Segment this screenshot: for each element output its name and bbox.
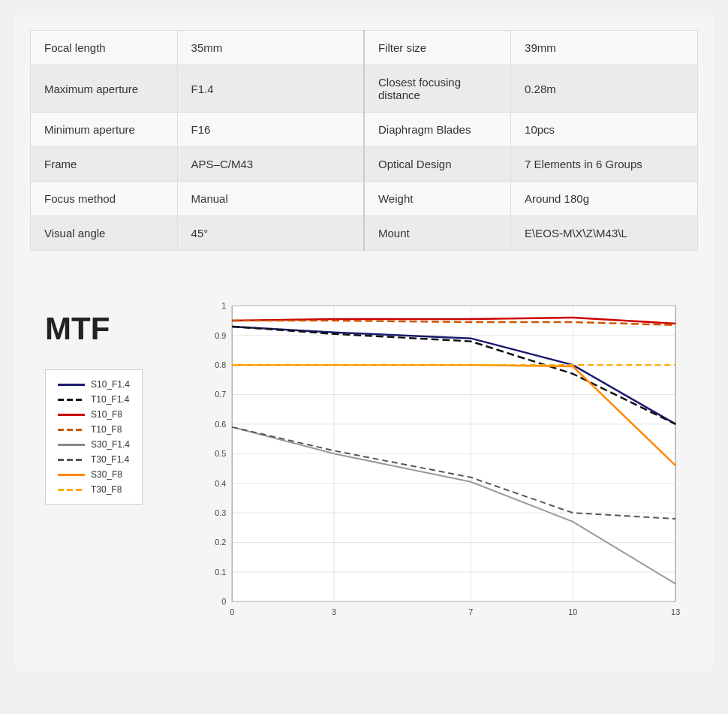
mtf-left-panel: MTF S10_F1.4T10_F1.4S10_F8T10_F8S30_F1.4… [30, 288, 195, 505]
legend-label: S30_F1.4 [91, 439, 130, 450]
spec-value-left: 35mm [177, 31, 364, 65]
mtf-chart: 1 0.9 0.8 0.7 0.6 0.5 0.4 0.3 0.2 0.1 0 … [195, 288, 683, 649]
legend-line-icon [58, 429, 85, 431]
spec-value-right: 39mm [511, 31, 698, 65]
legend-line-icon [58, 384, 85, 386]
spec-value-left: APS–C/M43 [177, 147, 364, 182]
spec-value-right: Around 180g [511, 182, 698, 216]
svg-text:0.7: 0.7 [215, 390, 226, 399]
spec-value-left: F1.4 [177, 65, 364, 113]
svg-text:3: 3 [332, 607, 336, 616]
svg-text:0: 0 [221, 597, 226, 606]
spec-label-right: Mount [364, 216, 511, 251]
table-row: Visual angle45°MountE\EOS-M\X\Z\M43\L [31, 216, 698, 251]
svg-text:10: 10 [568, 607, 577, 616]
legend-line-icon [58, 444, 85, 446]
legend-label: T10_F1.4 [91, 394, 129, 405]
page-container: Focal length35mmFilter size39mmMaximum a… [15, 15, 713, 671]
spec-value-left: 45° [177, 216, 364, 251]
legend-label: S10_F8 [91, 409, 122, 420]
svg-text:0.3: 0.3 [215, 508, 226, 517]
legend-item: S30_F8 [58, 469, 130, 480]
spec-label-left: Maximum aperture [31, 65, 178, 113]
svg-text:0.4: 0.4 [215, 479, 226, 488]
mtf-title: MTF [45, 311, 110, 347]
spec-label-right: Filter size [364, 31, 511, 65]
spec-value-right: 10pcs [511, 113, 698, 147]
svg-text:0.5: 0.5 [215, 449, 226, 458]
legend-item: T10_F1.4 [58, 394, 130, 405]
spec-label-left: Focal length [31, 31, 178, 65]
table-row: Focal length35mmFilter size39mm [31, 31, 698, 65]
table-row: Minimum apertureF16Diaphragm Blades10pcs [31, 113, 698, 147]
legend-item: S30_F1.4 [58, 439, 130, 450]
spec-value-right: 0.28m [511, 65, 698, 113]
spec-value-right: 7 Elements in 6 Groups [511, 147, 698, 182]
svg-text:7: 7 [468, 607, 473, 616]
legend-label: T10_F8 [91, 424, 122, 435]
legend-item: S10_F1.4 [58, 379, 130, 390]
table-row: Focus methodManualWeightAround 180g [31, 182, 698, 216]
legend-line-icon [58, 459, 85, 461]
legend-label: S10_F1.4 [91, 379, 130, 390]
table-row: Maximum apertureF1.4Closest focusing dis… [31, 65, 698, 113]
spec-label-right: Weight [364, 182, 511, 216]
spec-value-left: F16 [177, 113, 364, 147]
legend-line-icon [58, 474, 85, 476]
legend-label: S30_F8 [91, 469, 122, 480]
legend-line-icon [58, 414, 85, 416]
legend-item: T10_F8 [58, 424, 130, 435]
legend-label: T30_F1.4 [91, 454, 129, 465]
legend-line-icon [58, 489, 85, 491]
svg-text:0.2: 0.2 [215, 538, 226, 547]
legend-item: T30_F8 [58, 484, 130, 495]
mtf-legend: S10_F1.4T10_F1.4S10_F8T10_F8S30_F1.4T30_… [45, 369, 143, 505]
spec-label-right: Closest focusing distance [364, 65, 511, 113]
svg-text:0.8: 0.8 [215, 360, 226, 369]
legend-item: S10_F8 [58, 409, 130, 420]
svg-text:0.9: 0.9 [215, 331, 226, 340]
legend-label: T30_F8 [91, 484, 122, 495]
spec-label-right: Diaphragm Blades [364, 113, 511, 147]
legend-item: T30_F1.4 [58, 454, 130, 465]
svg-text:1: 1 [221, 301, 226, 310]
svg-text:0.6: 0.6 [215, 420, 226, 429]
svg-text:13: 13 [671, 607, 680, 616]
chart-wrapper: 1 0.9 0.8 0.7 0.6 0.5 0.4 0.3 0.2 0.1 0 … [195, 288, 698, 649]
chart-area: 1 0.9 0.8 0.7 0.6 0.5 0.4 0.3 0.2 0.1 0 … [195, 288, 683, 649]
legend-line-icon [58, 399, 85, 401]
spec-label-right: Optical Design [364, 147, 511, 182]
svg-text:0.1: 0.1 [215, 568, 226, 577]
spec-label-left: Frame [31, 147, 178, 182]
specs-table: Focal length35mmFilter size39mmMaximum a… [30, 30, 698, 251]
mtf-section: MTF S10_F1.4T10_F1.4S10_F8T10_F8S30_F1.4… [30, 281, 698, 656]
spec-value-left: Manual [177, 182, 364, 216]
table-row: FrameAPS–C/M43Optical Design7 Elements i… [31, 147, 698, 182]
svg-text:0: 0 [230, 607, 234, 616]
spec-value-right: E\EOS-M\X\Z\M43\L [511, 216, 698, 251]
spec-label-left: Focus method [31, 182, 178, 216]
spec-label-left: Minimum aperture [31, 113, 178, 147]
spec-label-left: Visual angle [31, 216, 178, 251]
